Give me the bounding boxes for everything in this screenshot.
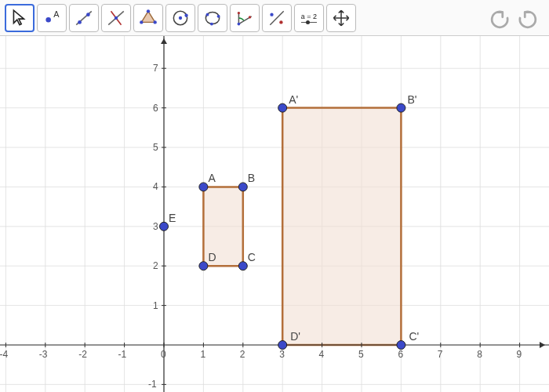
svg-text:1: 1: [153, 300, 158, 311]
svg-text:5: 5: [358, 349, 364, 360]
circle-3pt-tool[interactable]: [198, 4, 227, 32]
move-tool[interactable]: [5, 4, 35, 32]
rect-large: [282, 108, 401, 345]
redo-icon[interactable]: [516, 6, 540, 30]
svg-point-13: [179, 16, 182, 19]
svg-point-0: [45, 16, 50, 21]
undo-icon[interactable]: [488, 6, 511, 30]
svg-point-14: [184, 13, 187, 16]
polygon-tool[interactable]: [133, 4, 163, 32]
svg-text:B': B': [407, 93, 416, 106]
angle-icon: [235, 8, 255, 28]
move-view-tool[interactable]: [326, 4, 356, 32]
circle-3pt-icon: [202, 8, 223, 28]
svg-text:1: 1: [200, 349, 205, 360]
svg-point-4: [86, 13, 90, 16]
line-tool[interactable]: [69, 4, 99, 32]
svg-point-9: [147, 9, 150, 13]
svg-point-17: [217, 14, 220, 17]
svg-text:2: 2: [153, 260, 158, 271]
toolbar: A a = 2: [0, 0, 549, 36]
svg-text:D': D': [290, 330, 300, 343]
svg-text:0: 0: [161, 349, 166, 360]
svg-text:2: 2: [240, 349, 245, 360]
svg-point-20: [238, 11, 240, 13]
svg-text:6: 6: [153, 103, 158, 114]
pan-icon: [331, 8, 351, 28]
svg-text:A: A: [208, 172, 216, 184]
svg-point-10: [154, 20, 157, 24]
svg-point-21: [249, 16, 251, 18]
graph-canvas[interactable]: -4-3-2-10123456789-11234567ABCDEA'B'C'D': [0, 36, 549, 392]
svg-text:C: C: [248, 251, 256, 263]
svg-text:-1: -1: [118, 349, 127, 360]
svg-text:A: A: [53, 9, 60, 18]
svg-text:7: 7: [153, 63, 158, 74]
perp-icon: [106, 8, 126, 28]
svg-text:C': C': [409, 330, 419, 343]
svg-text:4: 4: [319, 349, 325, 360]
svg-text:-1: -1: [148, 379, 157, 390]
svg-text:A': A': [289, 93, 298, 106]
point-C': [397, 341, 405, 350]
point-E: [160, 222, 169, 230]
undo-redo-group: [488, 6, 544, 30]
svg-point-11: [140, 20, 143, 24]
point-icon: A: [42, 8, 62, 28]
svg-point-7: [115, 16, 118, 19]
point-D': [278, 341, 287, 350]
svg-text:7: 7: [438, 349, 443, 360]
svg-text:-2: -2: [78, 349, 87, 360]
svg-point-19: [238, 22, 241, 25]
svg-point-16: [206, 13, 209, 16]
angle-tool[interactable]: [230, 4, 260, 32]
slider-label: a = 2: [301, 13, 317, 20]
svg-point-18: [210, 22, 213, 25]
svg-point-3: [78, 20, 82, 24]
svg-text:3: 3: [153, 221, 158, 232]
reflect-icon: [267, 8, 287, 28]
graph-svg: -4-3-2-10123456789-11234567ABCDEA'B'C'D': [0, 36, 549, 392]
svg-text:4: 4: [153, 181, 158, 192]
slider-tool[interactable]: a = 2: [294, 4, 324, 32]
point-B: [238, 183, 247, 191]
svg-text:6: 6: [398, 349, 403, 360]
point-D: [199, 262, 208, 270]
point-A': [278, 103, 287, 112]
perpendicular-tool[interactable]: [101, 4, 131, 32]
svg-text:-3: -3: [39, 349, 48, 360]
svg-text:9: 9: [517, 349, 522, 360]
cursor-icon: [9, 8, 30, 28]
svg-text:5: 5: [153, 142, 158, 153]
svg-text:E: E: [169, 212, 176, 224]
point-C: [238, 262, 247, 270]
slider-icon: a = 2: [301, 13, 317, 23]
circle-center-tool[interactable]: [165, 4, 195, 32]
point-tool[interactable]: A: [37, 4, 67, 32]
svg-text:3: 3: [279, 349, 285, 360]
svg-point-24: [279, 20, 282, 24]
reflect-tool[interactable]: [262, 4, 292, 32]
polygon-icon: [138, 8, 158, 28]
point-A: [199, 183, 208, 191]
circle-center-icon: [170, 8, 191, 28]
svg-text:8: 8: [477, 349, 482, 360]
point-B': [397, 103, 405, 112]
svg-text:-4: -4: [0, 349, 8, 360]
svg-text:B: B: [248, 172, 255, 184]
svg-text:D: D: [208, 251, 216, 263]
line-icon: [74, 8, 94, 28]
svg-point-23: [270, 13, 273, 16]
